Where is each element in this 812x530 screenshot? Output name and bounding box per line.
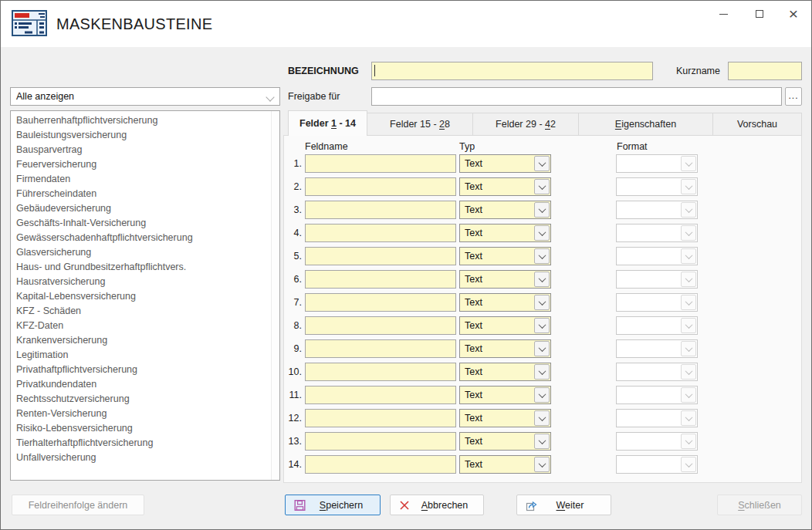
row-number: 9. [283, 339, 302, 358]
dropdown-button[interactable] [681, 341, 696, 356]
row-number: 2. [283, 177, 302, 196]
typ-dropdown-2[interactable]: Text [459, 177, 551, 196]
typ-dropdown-10[interactable]: Text [459, 363, 551, 381]
chevron-down-icon [685, 414, 692, 421]
feldname-input-4[interactable] [305, 224, 456, 242]
row-number: 6. [283, 270, 302, 289]
dropdown-button[interactable] [681, 272, 696, 287]
chevron-down-icon [538, 321, 546, 329]
dropdown-button[interactable] [681, 202, 696, 218]
typ-dropdown-13[interactable]: Text [459, 432, 551, 451]
typ-dropdown-6[interactable]: Text [459, 270, 551, 289]
close-dialog-button[interactable]: Schließen [717, 495, 802, 515]
row-number: 5. [283, 247, 302, 265]
chevron-down-icon [685, 228, 692, 236]
typ-dropdown-14[interactable]: Text [459, 455, 551, 474]
format-dropdown-6[interactable] [616, 270, 698, 289]
feldname-input-9[interactable] [305, 339, 456, 358]
typ-dropdown-8[interactable]: Text [459, 316, 551, 335]
feldname-input-10[interactable] [305, 363, 456, 381]
typ-dropdown-7[interactable]: Text [459, 293, 551, 312]
typ-dropdown-11[interactable]: Text [459, 386, 551, 404]
dropdown-button[interactable] [534, 295, 550, 310]
dropdown-button[interactable] [534, 457, 550, 472]
typ-dropdown-4[interactable]: Text [459, 224, 551, 242]
chevron-down-icon [538, 460, 546, 468]
dropdown-button[interactable] [534, 202, 550, 218]
format-dropdown-9[interactable] [616, 339, 698, 358]
typ-value: Text [465, 363, 482, 380]
feldname-input-2[interactable] [305, 177, 456, 196]
typ-value: Text [465, 224, 482, 241]
dropdown-button[interactable] [681, 410, 696, 426]
forward-icon [526, 499, 538, 511]
dropdown-button[interactable] [681, 387, 696, 403]
chevron-down-icon [685, 182, 692, 190]
next-button[interactable]: Weiter [516, 495, 611, 515]
format-dropdown-1[interactable] [616, 154, 698, 173]
format-dropdown-4[interactable] [616, 224, 698, 242]
feldname-input-12[interactable] [305, 409, 456, 427]
chevron-down-icon [538, 205, 546, 213]
dropdown-button[interactable] [534, 434, 550, 449]
dropdown-button[interactable] [681, 434, 696, 449]
format-dropdown-2[interactable] [616, 177, 698, 196]
dropdown-button[interactable] [681, 318, 696, 333]
row-number: 8. [283, 316, 302, 335]
format-dropdown-5[interactable] [616, 247, 698, 265]
dropdown-button[interactable] [534, 341, 550, 356]
typ-dropdown-3[interactable]: Text [459, 201, 551, 219]
typ-value: Text [465, 155, 482, 172]
chevron-down-icon [685, 367, 692, 375]
typ-dropdown-5[interactable]: Text [459, 247, 551, 265]
feldname-input-14[interactable] [305, 455, 456, 474]
chevron-down-icon [538, 228, 546, 236]
format-dropdown-7[interactable] [616, 293, 698, 312]
dropdown-button[interactable] [534, 364, 550, 380]
typ-value: Text [465, 294, 482, 311]
feldname-input-5[interactable] [305, 247, 456, 265]
format-dropdown-13[interactable] [616, 432, 698, 451]
cancel-button[interactable]: Abbrechen [390, 495, 484, 515]
feldname-input-3[interactable] [305, 201, 456, 219]
format-dropdown-11[interactable] [616, 386, 698, 404]
dropdown-button[interactable] [534, 387, 550, 403]
dropdown-button[interactable] [681, 248, 696, 264]
dropdown-button[interactable] [681, 179, 696, 194]
dropdown-button[interactable] [681, 225, 696, 241]
typ-value: Text [465, 201, 482, 218]
typ-dropdown-12[interactable]: Text [459, 409, 551, 427]
dropdown-button[interactable] [534, 156, 550, 171]
typ-dropdown-1[interactable]: Text [459, 154, 551, 173]
format-dropdown-8[interactable] [616, 316, 698, 335]
format-dropdown-10[interactable] [616, 363, 698, 381]
format-dropdown-3[interactable] [616, 201, 698, 219]
dropdown-button[interactable] [534, 318, 550, 333]
chevron-down-icon [685, 159, 692, 167]
dropdown-button[interactable] [534, 248, 550, 264]
typ-dropdown-9[interactable]: Text [459, 339, 551, 358]
typ-value: Text [465, 387, 482, 403]
format-dropdown-12[interactable] [616, 409, 698, 427]
dropdown-button[interactable] [681, 295, 696, 310]
dropdown-button[interactable] [534, 179, 550, 194]
feldname-input-6[interactable] [305, 270, 456, 289]
chevron-down-icon [538, 344, 546, 352]
chevron-down-icon [685, 437, 692, 444]
row-number: 12. [283, 409, 302, 427]
feldname-input-1[interactable] [305, 154, 456, 173]
dropdown-button[interactable] [681, 457, 696, 472]
dropdown-button[interactable] [534, 410, 550, 426]
save-button[interactable]: Speichern [285, 495, 381, 515]
feldname-input-11[interactable] [305, 386, 456, 404]
dropdown-button[interactable] [681, 156, 696, 171]
dropdown-button[interactable] [681, 364, 696, 380]
feldname-input-7[interactable] [305, 293, 456, 312]
next-button-label: Weiter [544, 500, 584, 511]
format-dropdown-14[interactable] [616, 455, 698, 474]
dropdown-button[interactable] [534, 225, 550, 241]
feldname-input-8[interactable] [305, 316, 456, 335]
feldname-input-13[interactable] [305, 432, 456, 451]
feldreihenfolge-button[interactable]: Feldreihenfolge ändern [12, 495, 144, 515]
dropdown-button[interactable] [534, 272, 550, 287]
